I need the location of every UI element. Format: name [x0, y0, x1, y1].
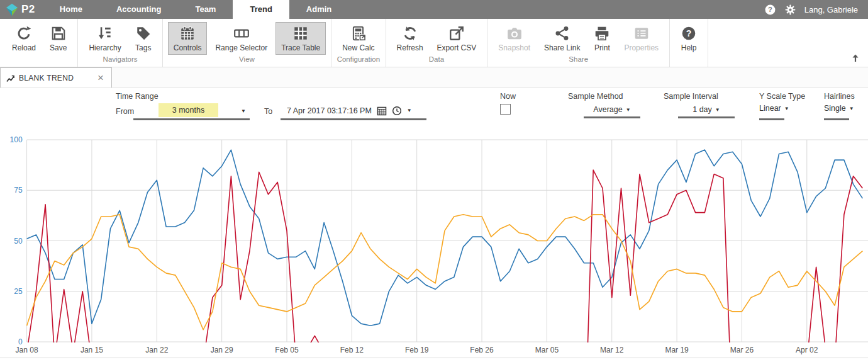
nav-tab-home[interactable]: Home: [43, 0, 99, 19]
p2-logo: P2: [0, 0, 43, 19]
user-name[interactable]: Lang, Gabriele: [804, 5, 858, 14]
toolbar-button-label: Controls: [174, 43, 202, 52]
toolbar-group-label: [675, 55, 703, 65]
toolbar-button-label: Hierarchy: [89, 43, 121, 52]
trace-table-button[interactable]: Trace Table: [275, 22, 326, 55]
x-axis-label: Jan 29: [211, 346, 233, 354]
help-icon: ?: [681, 25, 697, 42]
y-scale-value: Linear: [759, 104, 781, 113]
toolbar-button-label: Tags: [135, 43, 151, 52]
camera-icon: [506, 25, 523, 42]
x-axis-label: Mar 19: [665, 346, 689, 354]
export-icon: [448, 25, 465, 42]
help-circle-icon[interactable]: ?: [764, 4, 776, 16]
y-axis-label: 100: [10, 135, 23, 144]
controls-button[interactable]: Controls: [168, 22, 208, 55]
toolbar-group-misc: ?Help: [670, 19, 708, 67]
x-axis-label: Feb 05: [275, 346, 299, 354]
x-axis-label: Jan 15: [81, 346, 103, 354]
sample-method-value: Average: [593, 105, 622, 114]
trend-line-red: [27, 170, 863, 362]
toolbar-group-label: Navigators: [83, 55, 157, 65]
new-calc-button[interactable]: New Calc: [337, 22, 380, 55]
refresh-button[interactable]: Refresh: [391, 22, 429, 55]
from-dropdown[interactable]: 3 months ▼: [133, 103, 250, 120]
ribbon-toolbar: ReloadSaveHierarchyTagsNavigatorsControl…: [0, 19, 868, 67]
to-value: 7 Apr 2017 03:17:16 PM: [287, 106, 372, 115]
tag-icon: [135, 25, 152, 42]
hairlines-dropdown[interactable]: Single ▼: [824, 104, 854, 113]
toolbar-button-label: Export CSV: [437, 43, 477, 52]
y-scale-dropdown[interactable]: Linear ▼: [759, 104, 789, 113]
x-axis-label: Jan 08: [16, 346, 38, 354]
now-checkbox[interactable]: [500, 104, 511, 115]
from-value: 3 months: [159, 103, 218, 117]
brand-text: P2: [21, 3, 35, 16]
collapse-ribbon-icon[interactable]: [850, 53, 860, 63]
help-button[interactable]: ?Help: [675, 22, 703, 55]
toolbar-group-label: [6, 55, 72, 65]
sample-method-dropdown[interactable]: Average ▼: [584, 103, 640, 118]
share-link-button[interactable]: Share Link: [538, 22, 586, 55]
nav-tab-admin[interactable]: Admin: [289, 0, 348, 19]
tags-button[interactable]: Tags: [130, 22, 157, 55]
toolbar-group-label: Configuration: [337, 55, 380, 65]
document-tabstrip: BLANK TREND ×: [0, 67, 868, 88]
hierarchy-button[interactable]: Hierarchy: [83, 22, 126, 55]
properties-icon: [633, 25, 650, 42]
x-axis-label: Feb 12: [340, 346, 364, 354]
x-axis-label: Feb 19: [405, 346, 429, 354]
calendar-picker-icon[interactable]: [377, 106, 387, 116]
toolbar-group-label: Data: [391, 55, 482, 65]
y-scale-label: Y Scale Type: [759, 92, 805, 101]
toolbar-button-label: Refresh: [397, 43, 423, 52]
toolbar-button-label: New Calc: [342, 43, 374, 52]
range-selector-icon: [233, 25, 250, 42]
x-axis-label: Jan 22: [145, 346, 168, 354]
from-label: From: [116, 107, 134, 116]
sample-method-label: Sample Method: [568, 92, 623, 101]
nav-tab-team[interactable]: Team: [178, 0, 233, 19]
printer-icon: [594, 25, 610, 42]
toolbar-button-label: Reload: [12, 43, 36, 52]
top-navbar: P2 HomeAccountingTeamTrendAdmin ? Lang, …: [0, 0, 868, 19]
reload-button[interactable]: Reload: [6, 22, 42, 55]
toolbar-group-data: RefreshExport CSVData: [386, 19, 488, 67]
toolbar-group-share: SnapshotShare LinkPrintPropertiesShare: [487, 19, 670, 67]
calculator-icon: [350, 25, 367, 42]
p2-logo-icon: [5, 3, 19, 16]
y-scale-underline: [759, 118, 784, 120]
chevron-down-icon: ▼: [241, 108, 246, 114]
table-icon: [292, 25, 309, 42]
hairlines-underline: [824, 118, 849, 120]
now-label: Now: [500, 92, 516, 101]
toolbar-group-navigators: HierarchyTagsNavigators: [78, 19, 162, 67]
snapshot-button: Snapshot: [492, 22, 536, 55]
tab-blank-trend[interactable]: BLANK TREND ×: [0, 67, 112, 88]
hierarchy-icon: [97, 25, 113, 42]
save-button[interactable]: Save: [44, 22, 72, 55]
close-tab-icon[interactable]: ×: [95, 72, 106, 83]
toolbar-group-label: View: [168, 55, 326, 65]
sample-interval-dropdown[interactable]: 1 day ▼: [678, 103, 735, 118]
to-datetime-field[interactable]: 7 Apr 2017 03:17:16 PM ▼: [281, 103, 426, 120]
range-selector-button[interactable]: Range Selector: [209, 22, 273, 55]
sample-interval-label: Sample Interval: [664, 92, 718, 101]
share-icon: [554, 25, 570, 42]
sample-interval-value: 1 day: [693, 105, 712, 114]
nav-tab-trend[interactable]: Trend: [233, 0, 289, 19]
toolbar-button-label: Range Selector: [215, 43, 267, 52]
y-axis-label: 75: [14, 186, 23, 195]
export-csv-button[interactable]: Export CSV: [431, 22, 482, 55]
clock-picker-icon[interactable]: [392, 106, 402, 116]
nav-tab-accounting[interactable]: Accounting: [99, 0, 179, 19]
y-axis-label: 50: [14, 237, 23, 246]
toolbar-button-label: Help: [681, 43, 697, 52]
nav-tabs: HomeAccountingTeamTrendAdmin: [43, 0, 348, 19]
chevron-down-icon: ▼: [626, 107, 631, 113]
navbar-right: ? Lang, Gabriele: [764, 0, 868, 19]
trend-chart: 0255075100Jan 08Jan 15Jan 22Jan 29Feb 05…: [0, 129, 868, 362]
trend-line-orange: [27, 215, 863, 330]
gear-icon[interactable]: [784, 4, 796, 16]
print-button[interactable]: Print: [588, 22, 616, 55]
